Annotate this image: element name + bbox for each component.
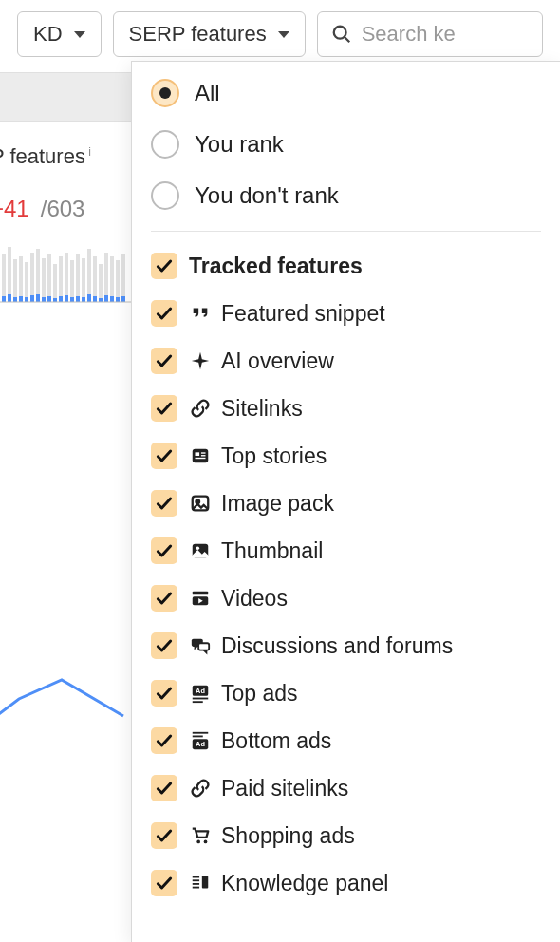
rank-filter-radio-group: All You rank You don't rank (151, 79, 541, 232)
svg-rect-24 (116, 260, 120, 302)
check-icon (155, 826, 174, 845)
checkbox-tracked-features[interactable]: Tracked features (151, 253, 541, 279)
checkbox-top-ads[interactable]: Ad Top ads (151, 680, 541, 706)
checkbox-indicator (151, 680, 177, 706)
svg-rect-68 (193, 701, 203, 703)
check-icon (155, 446, 174, 465)
svg-rect-35 (42, 297, 46, 302)
svg-rect-77 (193, 883, 199, 885)
svg-rect-51 (193, 449, 209, 463)
serp-features-dropdown: All You rank You don't rank Tracked feat… (131, 61, 560, 942)
serp-features-filter-button[interactable]: SERP features (113, 11, 306, 57)
search-keywords-field[interactable] (317, 11, 543, 57)
news-icon (189, 444, 212, 467)
thumbnail-icon (189, 539, 212, 562)
svg-rect-79 (202, 876, 208, 889)
info-icon: i (85, 145, 91, 159)
svg-rect-16 (70, 260, 74, 302)
link-icon (189, 777, 212, 800)
checkbox-knowledge-panel[interactable]: Knowledge panel (151, 870, 541, 896)
checkbox-image-pack[interactable]: Image pack (151, 490, 541, 517)
chevron-down-icon (278, 31, 289, 38)
checkbox-indicator (151, 727, 177, 754)
kd-filter-button[interactable]: KD (17, 11, 102, 57)
checkbox-shopping-ads[interactable]: Shopping ads (151, 822, 541, 849)
svg-rect-10 (36, 249, 40, 302)
svg-rect-47 (110, 296, 114, 302)
svg-rect-7 (19, 256, 23, 302)
svg-rect-49 (121, 296, 125, 302)
svg-point-74 (204, 840, 208, 844)
checkbox-ai-overview[interactable]: AI overview (151, 348, 541, 374)
svg-rect-21 (99, 264, 103, 302)
radio-all[interactable]: All (151, 79, 541, 107)
svg-rect-19 (87, 249, 91, 302)
checkbox-featured-snippet[interactable]: Featured snippet (151, 300, 541, 327)
svg-rect-12 (47, 254, 51, 302)
checkbox-indicator (151, 395, 177, 422)
check-icon (155, 589, 174, 608)
svg-rect-44 (93, 296, 97, 302)
svg-rect-5 (8, 247, 11, 302)
svg-rect-69 (193, 732, 209, 734)
checkbox-label: Tracked features (189, 254, 363, 279)
checkbox-discussions-forums[interactable]: Discussions and forums (151, 632, 541, 659)
svg-rect-18 (82, 258, 85, 302)
checkbox-top-stories[interactable]: Top stories (151, 443, 541, 469)
table-header-bar (0, 72, 133, 122)
checkbox-bottom-ads[interactable]: Ad Bottom ads (151, 727, 541, 754)
svg-rect-37 (53, 298, 57, 302)
checkbox-label: Featured snippet (189, 301, 385, 327)
checkbox-label: Videos (189, 586, 288, 612)
checkbox-label: AI overview (189, 349, 334, 374)
svg-rect-78 (193, 887, 199, 889)
quote-icon (189, 302, 212, 325)
checkbox-indicator (151, 775, 177, 801)
sparkle-icon (189, 349, 212, 372)
svg-rect-33 (30, 295, 34, 302)
svg-point-0 (333, 27, 345, 39)
chevron-down-icon (74, 31, 85, 38)
checkbox-paid-sitelinks[interactable]: Paid sitelinks (151, 775, 541, 801)
checkbox-label: Ad Top ads (189, 681, 298, 706)
radio-indicator (151, 79, 179, 107)
video-icon (189, 587, 212, 610)
svg-rect-60 (193, 592, 209, 595)
checkbox-sitelinks[interactable]: Sitelinks (151, 395, 541, 422)
checkbox-label: Ad Bottom ads (189, 728, 331, 754)
check-icon (155, 731, 174, 750)
check-icon (155, 399, 174, 418)
checkbox-indicator (151, 632, 177, 659)
feature-checkbox-list: Tracked features Featured snippet AI (151, 232, 541, 896)
serp-features-label: SERP features (129, 22, 267, 47)
svg-rect-22 (104, 253, 108, 302)
radio-you-dont-rank[interactable]: You don't rank (151, 181, 541, 210)
svg-rect-30 (13, 297, 17, 302)
checkbox-indicator (151, 537, 177, 564)
radio-you-rank[interactable]: You rank (151, 130, 541, 159)
checkbox-thumbnail[interactable]: Thumbnail (151, 537, 541, 564)
checkbox-indicator (151, 822, 177, 849)
svg-rect-4 (2, 254, 6, 302)
svg-rect-20 (93, 256, 97, 302)
check-icon (155, 304, 174, 323)
check-icon (155, 351, 174, 370)
svg-rect-23 (110, 256, 114, 302)
radio-label: You don't rank (195, 182, 339, 209)
checkbox-label: Top stories (189, 443, 327, 469)
svg-rect-43 (87, 294, 91, 302)
svg-rect-14 (59, 256, 63, 302)
svg-rect-25 (121, 254, 125, 302)
radio-indicator (151, 181, 179, 210)
link-icon (189, 397, 212, 420)
checkbox-videos[interactable]: Videos (151, 585, 541, 612)
svg-rect-17 (76, 254, 80, 302)
search-input[interactable] (362, 22, 529, 47)
checkbox-label: Knowledge panel (189, 871, 388, 896)
checkbox-indicator (151, 490, 177, 517)
svg-rect-39 (65, 295, 68, 302)
shopping-cart-icon (189, 824, 212, 847)
radio-indicator (151, 130, 179, 159)
svg-rect-54 (201, 455, 206, 456)
check-icon (155, 636, 174, 655)
